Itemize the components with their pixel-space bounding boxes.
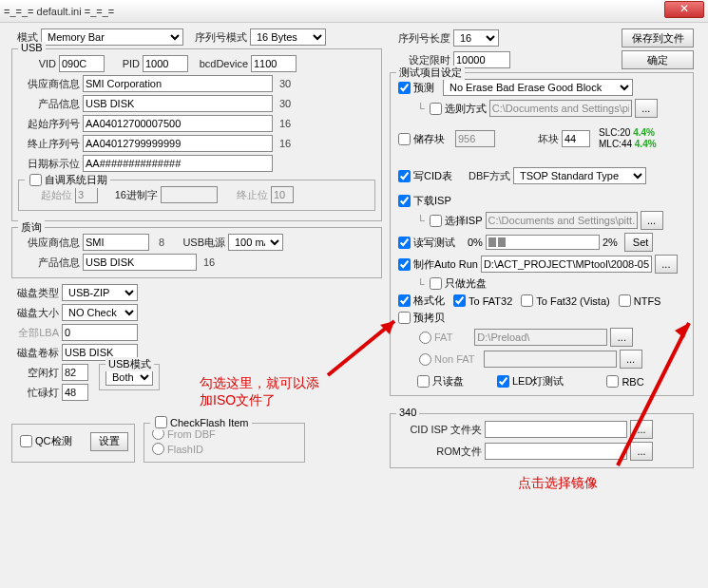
start-sn-input[interactable] [83,115,273,132]
bcd-label: bcdDevice [191,58,248,69]
rw-slider[interactable] [486,235,600,250]
nonfat-radio[interactable]: Non FAT [417,353,475,366]
rom-input[interactable] [485,443,627,460]
readonly-check[interactable]: 只读盘 [415,374,464,389]
fat32v-check[interactable]: To Fat32 (Vista) [519,294,609,307]
select-path-browse[interactable]: ... [635,99,658,118]
pretest-select[interactable]: No Erase Bad Erase Good Block [443,79,633,96]
quality-legend: 质询 [18,220,45,235]
q-vendor-input[interactable] [83,234,149,251]
cid-input[interactable] [485,421,627,438]
pid-input[interactable] [143,55,188,72]
dbf-label: DBF方式 [463,169,510,183]
date-mark-input[interactable] [83,155,273,172]
mlc-label: MLC:44 [599,139,632,149]
save-button[interactable]: 保存到文件 [622,28,694,47]
date-start-label: 起始位 [25,188,72,202]
annotation-1: 勾选这里，就可以添 加ISO文件了 [200,375,319,409]
sn-mode-label: 序列号模式 [186,30,247,45]
end-sn-input[interactable] [83,135,273,152]
date-start-input [75,186,98,203]
product-count: 30 [276,98,295,109]
format-check[interactable]: 格式化 [396,294,445,308]
sn-mode-select[interactable]: 16 Bytes [250,28,326,46]
quality-group: 质询 供应商信息 8 USB电源 100 mA 产品信息 16 [11,227,382,278]
ntfs-check[interactable]: NTFS [617,294,661,307]
usb-power-select[interactable]: 100 mA [228,234,283,251]
autorun-check[interactable]: 制作Auto Run [396,257,478,272]
rw-test-check[interactable]: 读写测试 [396,236,455,250]
autorun-path-input[interactable] [481,256,652,273]
select-mode-check[interactable]: 选则方式 [428,102,487,116]
precopy-check[interactable]: 预拷贝 [396,311,445,325]
vendor-input[interactable] [83,75,273,92]
reserve-check[interactable]: 储存块 [396,132,445,146]
mode-select[interactable]: Memory Bar [41,28,183,46]
disk-size-label: 磁盘大小 [11,306,59,320]
annotation-2: 点击选择镜像 [518,475,598,492]
vid-input[interactable] [59,55,105,72]
disk-size-select[interactable]: NO Check [62,304,138,321]
bcd-input[interactable] [251,55,297,72]
pid-label: PID [107,58,140,69]
disk-type-label: 磁盘类型 [11,286,59,300]
start-sn-label: 起始序列号 [18,117,80,131]
precopy-path2 [484,351,617,368]
start-sn-count: 16 [276,118,295,129]
qc-check[interactable]: QC检测 [18,434,72,448]
titlebar: =_=_= default.ini =_=_= ✕ [0,0,708,23]
vendor-label: 供应商信息 [18,77,80,91]
reserve-input [455,130,495,147]
pretest-check[interactable]: 预测 [396,81,434,95]
date-self-check[interactable]: 自调系统日期 [28,173,107,187]
led-test-check[interactable]: LED灯测试 [495,374,564,389]
slc-label: SLC:20 [599,127,630,138]
hex-input [161,186,218,203]
lba-input[interactable] [62,324,138,341]
fat32-check[interactable]: To FAT32 [451,294,512,307]
window-title: =_=_= default.ini =_=_= [4,6,114,17]
dbf-select[interactable]: TSOP Standard Type [513,167,646,184]
test-legend: 测试项目设定 [396,66,465,80]
disk-type-select[interactable]: USB-ZIP [62,284,138,301]
rbc-check[interactable]: RBC [604,375,643,388]
usb-mode-label: USB模式 [105,357,154,371]
idle-label: 空闲灯 [11,366,59,380]
vol-label: 磁盘卷标 [11,346,59,360]
vid-label: VID [18,58,56,69]
idle-input[interactable] [62,364,88,381]
sn-len-select[interactable]: 16 [453,29,499,47]
checkflash-check[interactable]: CheckFlash Item [153,416,249,428]
rom-label: ROM文件 [396,445,482,459]
q-product-count: 16 [200,256,219,268]
precopy-browse1[interactable]: ... [610,328,633,347]
usb-legend: USB [18,42,46,53]
q-product-input[interactable] [83,254,197,271]
cid-browse[interactable]: ... [630,420,653,439]
download-isp-check[interactable]: 下载ISP [396,194,451,208]
rom-browse[interactable]: ... [630,442,653,461]
lba-label: 全部LBA [11,326,59,340]
isp-browse[interactable]: ... [641,211,663,230]
qc-setup-button[interactable]: 设置 [90,432,128,451]
only-disc-check[interactable]: 只做光盘 [428,276,487,291]
autorun-browse[interactable]: ... [655,255,678,274]
close-button[interactable]: ✕ [664,1,704,18]
rw-set-button[interactable]: Set [624,233,653,252]
precopy-browse2[interactable]: ... [620,350,642,369]
busy-input[interactable] [62,384,88,401]
hex-label: 16进制字 [101,188,158,202]
product-input[interactable] [83,95,273,112]
bad-label: 坏块 [517,132,559,146]
write-cid-check[interactable]: 写CID表 [396,169,452,183]
f340-legend: 340 [396,407,419,418]
bad-input[interactable] [562,130,590,147]
select-isp-check[interactable]: 选择ISP [428,214,483,228]
test-group: 测试项目设定 预测 No Erase Bad Erase Good Block … [390,72,694,396]
ok-button[interactable]: 确定 [622,50,694,69]
usb-group: USB VID PID bcdDevice 供应商信息 30 产品信息 30 起… [11,48,382,221]
isp-path-input [486,212,638,229]
usb-power-label: USB电源 [174,236,225,250]
fat-radio[interactable]: FAT [417,332,452,344]
flashid-radio[interactable]: FlashID [150,443,203,455]
